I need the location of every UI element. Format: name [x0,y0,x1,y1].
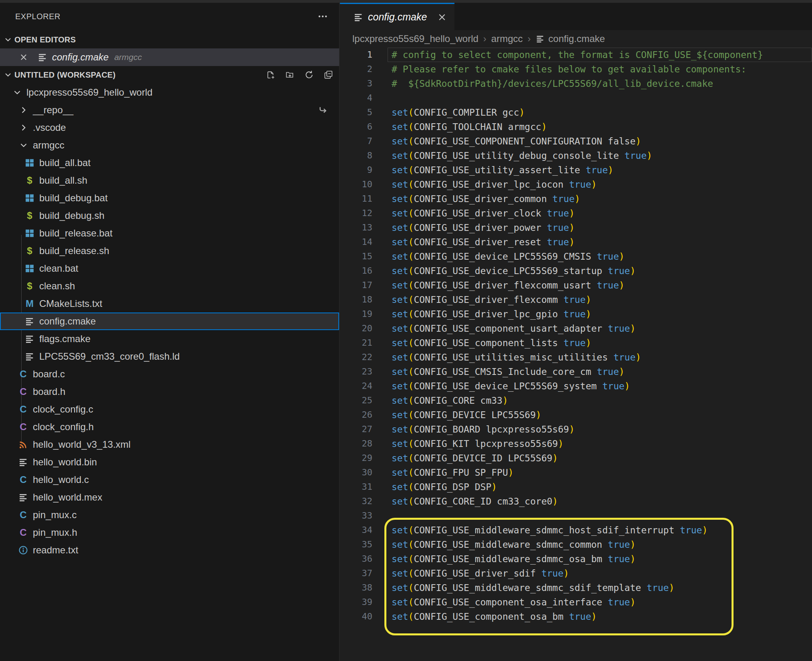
code-line-4[interactable]: 4 [340,91,812,105]
line-number[interactable]: 14 [340,235,372,249]
tree-item--vscode[interactable]: .vscode [0,119,339,136]
line-number[interactable]: 11 [340,192,372,206]
line-number[interactable]: 28 [340,437,372,451]
line-number[interactable]: 30 [340,465,372,480]
code-line-15[interactable]: 15set(CONFIG_USE_device_LPC55S69_CMSIS t… [340,249,812,264]
code-line-25[interactable]: 25set(CONFIG_CORE cm33) [340,393,812,408]
line-number[interactable]: 25 [340,393,372,408]
tree-item-config-cmake[interactable]: config.cmake [0,312,339,330]
line-number[interactable]: 1 [340,48,372,62]
code-editor[interactable]: 1# config to select component, the forma… [340,48,812,661]
tree-item-clean-bat[interactable]: clean.bat [0,260,339,277]
code-line-17[interactable]: 17set(CONFIG_USE_driver_flexcomm_usart t… [340,278,812,292]
line-number[interactable]: 13 [340,220,372,235]
code-line-3[interactable]: 3# ${SdkRootDirPath}/devices/LPC55S69/al… [340,76,812,91]
code-line-12[interactable]: 12set(CONFIG_USE_driver_clock true) [340,206,812,220]
code-line-31[interactable]: 31set(CONFIG_DSP DSP) [340,480,812,494]
code-line-28[interactable]: 28set(CONFIG_KIT lpcxpresso55s69) [340,437,812,451]
line-number[interactable]: 7 [340,134,372,148]
refresh-icon[interactable] [304,70,314,80]
line-number[interactable]: 2 [340,62,372,76]
tree-item-build-debug-sh[interactable]: $build_debug.sh [0,207,339,224]
tab-config-cmake[interactable]: config.cmake [340,3,454,30]
line-number[interactable]: 31 [340,480,372,494]
tree-item-clock-config-c[interactable]: Cclock_config.c [0,401,339,418]
breadcrumb-item-2[interactable]: config.cmake [549,33,605,44]
code-line-5[interactable]: 5set(CONFIG_COMPILER gcc) [340,105,812,120]
line-number[interactable]: 18 [340,292,372,307]
tree-item--repo-[interactable]: __repo__ [0,101,339,119]
code-line-20[interactable]: 20set(CONFIG_USE_component_usart_adapter… [340,321,812,336]
line-number[interactable]: 33 [340,509,372,523]
code-line-7[interactable]: 7set(CONFIG_USE_COMPONENT_CONFIGURATION … [340,134,812,148]
breadcrumb-item-0[interactable]: lpcxpresso55s69_hello_world [352,33,478,44]
open-editor-item-config-cmake[interactable]: config.cmake armgcc [0,48,339,66]
tree-item-hello-world-c[interactable]: Chello_world.c [0,471,339,489]
line-number[interactable]: 23 [340,365,372,379]
close-icon[interactable] [437,12,447,22]
line-number[interactable]: 20 [340,321,372,336]
line-number[interactable]: 8 [340,148,372,163]
code-line-26[interactable]: 26set(CONFIG_DEVICE LPC55S69) [340,408,812,422]
close-icon[interactable] [19,53,28,62]
line-number[interactable]: 19 [340,307,372,321]
tree-item-build-debug-bat[interactable]: build_debug.bat [0,189,339,207]
tree-item-build-all-sh[interactable]: $build_all.sh [0,172,339,189]
tree-item-lpc55s69-cm33-core0-flash-ld[interactable]: LPC55S69_cm33_core0_flash.ld [0,348,339,365]
open-editors-section-header[interactable]: OPEN EDITORS [0,31,339,48]
code-line-23[interactable]: 23set(CONFIG_USE_CMSIS_Include_core_cm t… [340,365,812,379]
line-number[interactable]: 21 [340,336,372,350]
code-line-6[interactable]: 6set(CONFIG_TOOLCHAIN armgcc) [340,120,812,134]
line-number[interactable]: 29 [340,451,372,465]
line-number[interactable]: 22 [340,350,372,365]
code-line-10[interactable]: 10set(CONFIG_USE_driver_lpc_iocon true) [340,177,812,192]
tree-item-pin-mux-h[interactable]: Cpin_mux.h [0,524,339,541]
line-number[interactable]: 10 [340,177,372,192]
line-number[interactable]: 12 [340,206,372,220]
line-number[interactable]: 15 [340,249,372,264]
tree-item-hello-world-bin[interactable]: hello_world.bin [0,453,339,471]
code-line-16[interactable]: 16set(CONFIG_USE_device_LPC55S69_startup… [340,264,812,278]
line-number[interactable]: 16 [340,264,372,278]
line-number[interactable]: 27 [340,422,372,437]
tree-item-readme-txt[interactable]: readme.txt [0,541,339,559]
line-number[interactable]: 32 [340,494,372,509]
line-number[interactable]: 38 [340,581,372,595]
tree-item-armgcc[interactable]: armgcc [0,136,339,154]
tree-item-hello-world-v3-13-xml[interactable]: hello_world_v3_13.xml [0,436,339,453]
tree-item-pin-mux-c[interactable]: Cpin_mux.c [0,506,339,524]
line-number[interactable]: 6 [340,120,372,134]
code-line-11[interactable]: 11set(CONFIG_USE_driver_common true) [340,192,812,206]
code-line-22[interactable]: 22set(CONFIG_USE_utilities_misc_utilitie… [340,350,812,365]
tree-item-board-c[interactable]: Cboard.c [0,365,339,383]
tree-item-clock-config-h[interactable]: Cclock_config.h [0,418,339,436]
collapse-all-icon[interactable] [323,70,334,80]
code-line-27[interactable]: 27set(CONFIG_BOARD lpcxpresso55s69) [340,422,812,437]
code-line-24[interactable]: 24set(CONFIG_USE_device_LPC55S69_system … [340,379,812,393]
more-actions-icon[interactable] [318,11,328,22]
code-line-14[interactable]: 14set(CONFIG_USE_driver_reset true) [340,235,812,249]
code-line-19[interactable]: 19set(CONFIG_USE_driver_lpc_gpio true) [340,307,812,321]
line-number[interactable]: 36 [340,552,372,566]
code-line-30[interactable]: 30set(CONFIG_FPU SP_FPU) [340,465,812,480]
new-folder-icon[interactable] [285,70,295,80]
line-number[interactable]: 5 [340,105,372,120]
line-number[interactable]: 26 [340,408,372,422]
line-number[interactable]: 3 [340,76,372,91]
line-number[interactable]: 40 [340,609,372,624]
line-number[interactable]: 17 [340,278,372,292]
line-number[interactable]: 34 [340,523,372,537]
tree-item-lpcxpresso55s69-hello-world[interactable]: lpcxpresso55s69_hello_world [0,84,339,101]
tree-item-flags-cmake[interactable]: flags.cmake [0,330,339,348]
line-number[interactable]: 4 [340,91,372,105]
code-line-9[interactable]: 9set(CONFIG_USE_utility_assert_lite true… [340,163,812,177]
code-line-21[interactable]: 21set(CONFIG_USE_component_lists true) [340,336,812,350]
code-line-18[interactable]: 18set(CONFIG_USE_driver_flexcomm true) [340,292,812,307]
line-number[interactable]: 24 [340,379,372,393]
line-number[interactable]: 39 [340,595,372,609]
code-line-8[interactable]: 8set(CONFIG_USE_utility_debug_console_li… [340,148,812,163]
tree-item-build-all-bat[interactable]: build_all.bat [0,154,339,172]
code-line-13[interactable]: 13set(CONFIG_USE_driver_power true) [340,220,812,235]
line-number[interactable]: 37 [340,566,372,581]
tree-item-hello-world-mex[interactable]: hello_world.mex [0,489,339,506]
